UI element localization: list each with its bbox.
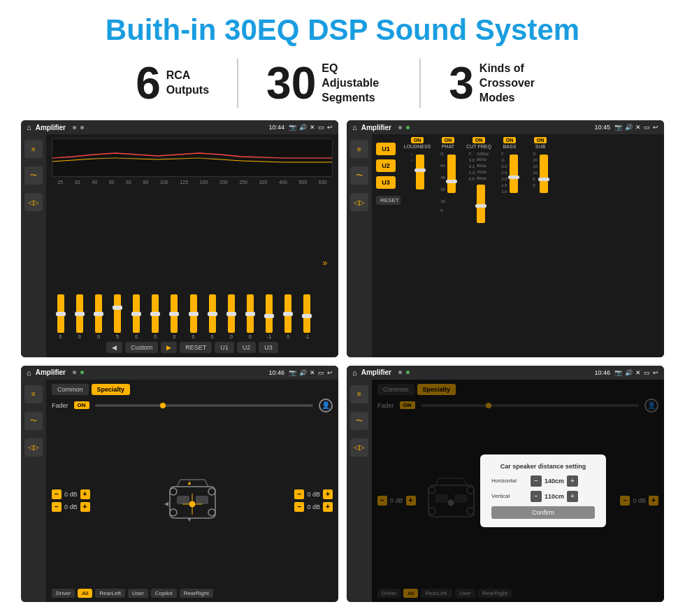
home-icon-4: ⌂ xyxy=(352,368,357,377)
eq-screen-content: ≡ 〜 ◁▷ 253240506380100125160200250320400… xyxy=(21,134,338,357)
vol-minus-1[interactable]: − xyxy=(52,489,62,499)
btn-driver[interactable]: Driver xyxy=(52,589,75,598)
btn-all[interactable]: All xyxy=(78,589,92,598)
sub-slider[interactable] xyxy=(540,155,548,193)
crossover-controls-panel: ON LOUDNESS ~~ xyxy=(403,137,660,354)
phat-on[interactable]: ON xyxy=(442,137,455,143)
dist-btn-2[interactable]: 〜 xyxy=(350,412,368,430)
xo-btn-1[interactable]: ≡ xyxy=(350,140,368,158)
fader-btn-1[interactable]: ≡ xyxy=(24,385,43,403)
fader-on-badge[interactable]: ON xyxy=(74,401,89,409)
fader-bottom-btns: Driver All RearLeft User Copilot RearRig… xyxy=(52,589,333,598)
xo-btn-3[interactable]: ◁▷ xyxy=(350,193,368,211)
vol-minus-3[interactable]: − xyxy=(294,489,304,499)
horizontal-val: 140cm xyxy=(545,478,564,485)
vol-plus-2[interactable]: + xyxy=(80,502,90,512)
eq-status-bar: ⌂ Amplifier 10:44 📷 🔊 ✕ ▭ ↩ xyxy=(21,120,338,134)
eq-btn-2[interactable]: 〜 xyxy=(24,166,43,185)
fader-btn-2[interactable]: 〜 xyxy=(24,412,43,430)
loudness-on[interactable]: ON xyxy=(411,137,424,143)
slider-5: 0 xyxy=(133,294,140,339)
dot-5 xyxy=(73,371,76,374)
horizontal-plus[interactable]: + xyxy=(567,475,578,487)
bass-on[interactable]: ON xyxy=(503,137,517,143)
back-icon-3: ↩ xyxy=(327,369,333,376)
eq-side-panel: ≡ 〜 ◁▷ xyxy=(21,134,46,357)
battery-icon-4: ▭ xyxy=(644,369,650,376)
close-icon: ✕ xyxy=(310,124,315,131)
xo-reset-btn[interactable]: RESET xyxy=(376,196,401,205)
horizontal-minus[interactable]: − xyxy=(531,475,542,487)
arrow-right[interactable]: » xyxy=(323,258,328,268)
u2-btn[interactable]: U2 xyxy=(376,159,396,172)
sub-on[interactable]: ON xyxy=(534,137,547,143)
slider-13: 0 xyxy=(284,294,291,339)
tab-common[interactable]: Common xyxy=(52,384,89,395)
ctrl-row-labels: ON LOUDNESS ~~ xyxy=(403,137,660,223)
eq-u2[interactable]: U2 xyxy=(237,342,257,353)
vol-plus-3[interactable]: + xyxy=(323,489,333,499)
cutfreq-slider[interactable] xyxy=(477,185,485,223)
u3-btn[interactable]: U3 xyxy=(376,176,396,189)
xo-btn-2[interactable]: 〜 xyxy=(350,166,368,185)
eq-prev[interactable]: ◀ xyxy=(106,342,122,353)
vertical-minus[interactable]: − xyxy=(531,491,542,502)
home-icon-3: ⌂ xyxy=(27,368,31,377)
eq-btn-3[interactable]: ◁▷ xyxy=(24,193,43,211)
btn-rearleft[interactable]: RearLeft xyxy=(95,589,125,598)
eq-play[interactable]: ▶ xyxy=(161,342,177,353)
eq-btn-1[interactable]: ≡ xyxy=(24,140,43,158)
slider-1: 0 xyxy=(57,294,64,339)
svg-rect-2 xyxy=(177,496,189,504)
vol-right: − 0 dB + − 0 dB + xyxy=(294,489,333,512)
tab-specialty[interactable]: Specialty xyxy=(92,384,131,395)
crossover-status-bar: ⌂ Amplifier 10:45 📷 🔊 ✕ ▭ ↩ xyxy=(347,120,664,134)
fader-tabs: Common Specialty xyxy=(52,384,333,395)
btn-rearright[interactable]: RearRight xyxy=(180,589,213,598)
u1-btn[interactable]: U1 xyxy=(376,143,396,155)
phat-slider[interactable] xyxy=(447,155,456,193)
vol-minus-4[interactable]: − xyxy=(294,502,304,512)
eq-u3[interactable]: U3 xyxy=(259,342,278,353)
slider-3: 0 xyxy=(95,294,102,339)
distance-screen-box: ⌂ Amplifier 10:46 📷 🔊 ✕ ▭ ↩ ≡ 〜 ◁▷ xyxy=(347,366,664,602)
status-icons-4: 📷 🔊 ✕ ▭ ↩ xyxy=(614,369,658,376)
battery-icon: ▭ xyxy=(318,124,324,131)
status-icons-1: 📷 🔊 ✕ ▭ ↩ xyxy=(289,124,333,131)
distance-time: 10:46 xyxy=(594,369,610,376)
bass-slider[interactable] xyxy=(510,155,518,193)
dist-btn-1[interactable]: ≡ xyxy=(350,385,368,403)
dot-6 xyxy=(80,371,84,374)
eq-app-name: Amplifier xyxy=(36,124,66,131)
loudness-slider[interactable] xyxy=(416,155,424,189)
fader-track[interactable] xyxy=(95,404,313,407)
slider-9: 0 xyxy=(209,294,216,339)
confirm-button[interactable]: Confirm xyxy=(491,506,595,519)
close-icon-3: ✕ xyxy=(310,369,315,376)
fader-text-label: Fader xyxy=(52,402,68,409)
screenshots-grid: ⌂ Amplifier 10:44 📷 🔊 ✕ ▭ ↩ ≡ 〜 ◁▷ xyxy=(21,120,664,602)
stat-crossover: 3 Kinds ofCrossover Modes xyxy=(421,61,577,106)
distance-side-panel: ≡ 〜 ◁▷ xyxy=(347,380,372,602)
btn-copilot[interactable]: Copilot xyxy=(151,589,177,598)
slider-10: 0 xyxy=(228,294,235,339)
vol-minus-2[interactable]: − xyxy=(52,502,62,512)
svg-point-10 xyxy=(208,509,215,516)
btn-user[interactable]: User xyxy=(128,589,148,598)
fader-thumb[interactable] xyxy=(160,403,166,408)
cutfreq-on[interactable]: ON xyxy=(473,137,486,143)
vol-plus-4[interactable]: + xyxy=(323,502,333,512)
vertical-plus[interactable]: + xyxy=(567,491,578,502)
svg-text:◀: ◀ xyxy=(164,501,169,507)
eq-u1[interactable]: U1 xyxy=(215,342,234,353)
fader-btn-3[interactable]: ◁▷ xyxy=(24,438,43,457)
battery-icon-2: ▭ xyxy=(644,124,650,131)
vol-plus-1[interactable]: + xyxy=(80,489,90,499)
eq-reset[interactable]: RESET xyxy=(180,342,212,353)
dist-btn-3[interactable]: ◁▷ xyxy=(350,438,368,457)
stat-rca-number: 6 xyxy=(136,61,161,106)
vol-row-2: − 0 dB + xyxy=(52,502,90,512)
dialog-title: Car speaker distance setting xyxy=(491,463,595,470)
page-wrapper: Buith-in 30EQ DSP Sound System 6 RCAOutp… xyxy=(0,0,685,616)
camera-icon-4: 📷 xyxy=(614,369,622,376)
